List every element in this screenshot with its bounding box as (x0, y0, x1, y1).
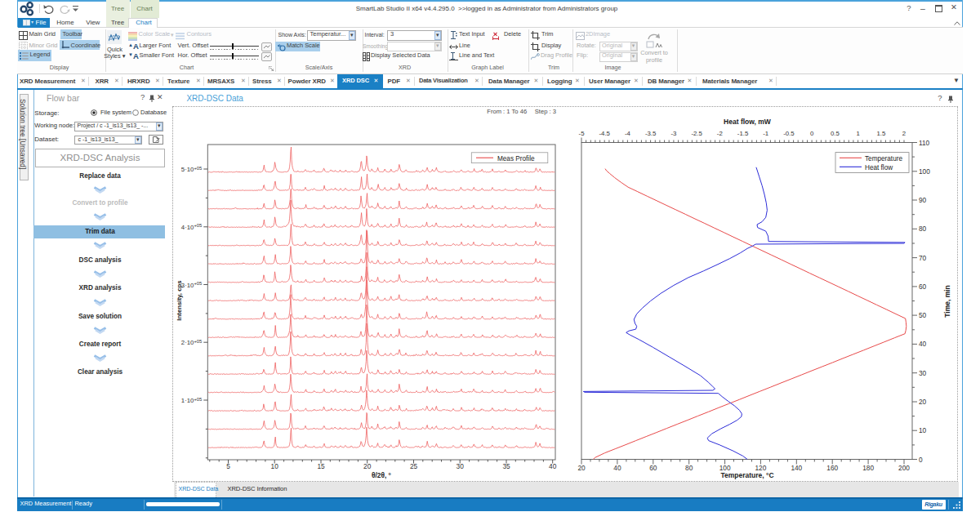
svg-text:Temperature: Temperature (865, 155, 902, 163)
svg-text:90: 90 (919, 196, 927, 204)
svg-text:25: 25 (410, 462, 418, 470)
svg-text:100: 100 (919, 167, 930, 176)
svg-text:10: 10 (271, 462, 279, 470)
svg-text:-2.5: -2.5 (691, 130, 702, 137)
svg-text:Temperature, °C: Temperature, °C (720, 471, 773, 479)
svg-text:20: 20 (363, 462, 372, 470)
svg-text:2: 2 (902, 130, 906, 137)
svg-text:Intensity, cps: Intensity, cps (176, 280, 183, 321)
svg-text:-5: -5 (579, 130, 586, 137)
svg-text:5·10+05: 5·10+05 (181, 166, 202, 174)
svg-text:-3.5: -3.5 (645, 130, 657, 137)
svg-text:1·10+05: 1·10+05 (181, 397, 202, 405)
svg-text:5: 5 (226, 462, 230, 470)
svg-text:-1: -1 (763, 130, 768, 137)
svg-text:2·10+05: 2·10+05 (181, 339, 202, 347)
svg-text:60: 60 (649, 464, 657, 472)
svg-text:20: 20 (919, 398, 927, 406)
svg-text:120: 120 (755, 464, 766, 472)
svg-text:200: 200 (898, 464, 910, 472)
svg-text:160: 160 (826, 464, 838, 472)
svg-text:50: 50 (919, 311, 927, 319)
svg-text:140: 140 (791, 464, 802, 472)
svg-text:-0.5: -0.5 (783, 130, 795, 137)
svg-text:70: 70 (919, 254, 927, 262)
svg-text:80: 80 (685, 464, 693, 472)
svg-text:40: 40 (613, 464, 621, 472)
svg-text:80: 80 (919, 225, 927, 233)
svg-text:40: 40 (549, 462, 557, 470)
svg-text:30: 30 (457, 462, 465, 470)
svg-text:0: 0 (810, 130, 814, 137)
svg-text:1.5: 1.5 (876, 130, 886, 137)
svg-text:3·10+05: 3·10+05 (181, 281, 202, 289)
svg-text:35: 35 (502, 462, 510, 470)
svg-text:4·10+05: 4·10+05 (181, 223, 202, 231)
svg-text:20: 20 (577, 464, 586, 472)
svg-text:15: 15 (317, 462, 325, 470)
svg-text:10: 10 (919, 426, 927, 434)
svg-text:100: 100 (719, 464, 731, 472)
svg-text:60: 60 (919, 283, 927, 291)
svg-text:1: 1 (856, 130, 859, 137)
svg-text:40: 40 (919, 340, 927, 348)
svg-text:-1.5: -1.5 (737, 130, 749, 137)
svg-text:110: 110 (919, 139, 930, 147)
svg-text:-4.5: -4.5 (599, 130, 610, 137)
svg-text:0.5: 0.5 (831, 130, 840, 137)
svg-text:Time, min: Time, min (943, 285, 951, 318)
svg-text:-2: -2 (717, 130, 723, 137)
svg-text:Meas Profile: Meas Profile (497, 155, 535, 163)
svg-text:Heat flow: Heat flow (865, 164, 893, 171)
svg-text:0: 0 (919, 456, 923, 464)
svg-text:180: 180 (862, 464, 874, 472)
svg-text:Heat flow, mW: Heat flow, mW (724, 118, 772, 126)
svg-text:30: 30 (919, 369, 927, 377)
svg-text:θ/2θ, °: θ/2θ, ° (372, 471, 391, 479)
svg-text:-3: -3 (670, 130, 676, 137)
svg-text:-4: -4 (625, 130, 631, 137)
